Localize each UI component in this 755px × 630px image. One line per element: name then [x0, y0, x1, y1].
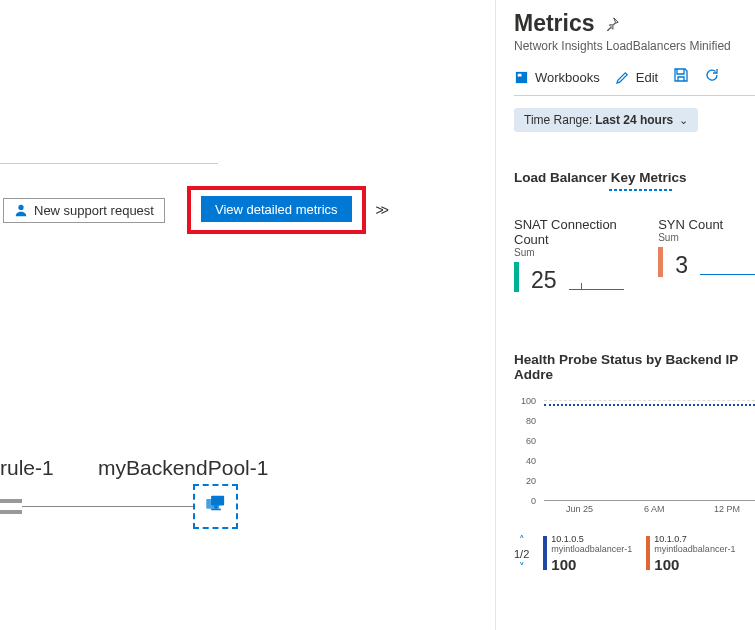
sparkline: [700, 255, 755, 277]
edit-button[interactable]: Edit: [615, 70, 658, 85]
svg-rect-4: [211, 508, 221, 510]
y-tick: 0: [514, 496, 536, 506]
new-support-request-button[interactable]: New support request: [3, 198, 165, 223]
legend-color: [646, 536, 650, 570]
heading-underline: [609, 189, 674, 191]
toolbar: Workbooks Edit: [514, 67, 755, 96]
health-chart[interactable]: 100 80 60 40 20 0 Jun 25 6 AM 12 PM: [514, 400, 755, 528]
svg-rect-6: [518, 73, 522, 76]
highlight-box: View detailed metrics: [187, 186, 366, 234]
kpi-accent-bar: [514, 262, 519, 292]
view-detailed-metrics-button[interactable]: View detailed metrics: [201, 196, 352, 222]
button-label: View detailed metrics: [215, 202, 338, 217]
save-icon: [673, 67, 689, 83]
legend-item[interactable]: 10.1.0.7 myintloadbalancer-1 100: [646, 534, 735, 573]
topology-connector: [0, 499, 22, 503]
y-tick: 80: [514, 416, 536, 426]
kpi-row: SNAT Connection Count Sum 25 SYN Count S…: [514, 217, 755, 292]
svg-rect-2: [211, 495, 224, 505]
toolbar-label: Workbooks: [535, 70, 600, 85]
kpi-title: SYN Count: [658, 217, 755, 232]
y-tick: 40: [514, 456, 536, 466]
backend-pool-label: myBackendPool-1: [98, 456, 268, 480]
section-heading: Health Probe Status by Backend IP Addre: [514, 352, 755, 382]
backend-pool-node[interactable]: [193, 484, 238, 529]
expand-icon[interactable]: >>: [376, 202, 386, 218]
time-range-value: Last 24 hours: [595, 113, 673, 127]
legend-value: 100: [654, 556, 735, 573]
kpi-value: 3: [675, 254, 688, 277]
sparkline: [569, 270, 624, 292]
legend-name: myintloadbalancer-1: [654, 544, 735, 554]
y-tick: 100: [514, 396, 536, 406]
panel-title-row: Metrics: [514, 10, 619, 37]
button-label: New support request: [34, 203, 154, 218]
series-line: [544, 404, 755, 406]
chart-grid: [544, 400, 755, 500]
action-bar: New support request View detailed metric…: [3, 186, 386, 234]
legend-pager[interactable]: ˄ 1/2 ˅: [514, 535, 529, 573]
chevron-down-icon: ⌄: [679, 114, 688, 127]
kpi-aggregation: Sum: [514, 247, 630, 258]
x-tick: 12 PM: [714, 504, 740, 514]
legend-item[interactable]: 10.1.0.5 myintloadbalancer-1 100: [543, 534, 632, 573]
panel-title: Metrics: [514, 10, 595, 37]
svg-point-0: [18, 205, 23, 210]
legend-value: 100: [551, 556, 632, 573]
svg-rect-3: [214, 505, 217, 508]
pager-value: 1/2: [514, 548, 529, 560]
chevron-up-icon[interactable]: ˄: [519, 535, 525, 546]
time-range-label: Time Range:: [524, 113, 592, 127]
vm-group-icon: [203, 494, 229, 520]
panel-subtitle: Network Insights LoadBalancers Minified: [514, 39, 755, 53]
refresh-icon: [704, 67, 720, 83]
save-button[interactable]: [673, 67, 689, 87]
person-icon: [14, 203, 28, 217]
kpi-card[interactable]: SNAT Connection Count Sum 25: [514, 217, 630, 292]
chevron-down-icon[interactable]: ˅: [519, 562, 525, 573]
legend-color: [543, 536, 547, 570]
pin-icon[interactable]: [605, 17, 619, 31]
kpi-aggregation: Sum: [658, 232, 755, 243]
divider: [0, 163, 218, 164]
refresh-button[interactable]: [704, 67, 720, 87]
time-range-selector[interactable]: Time Range: Last 24 hours ⌄: [514, 108, 698, 132]
kpi-value: 25: [531, 269, 557, 292]
svg-rect-5: [516, 71, 527, 82]
rule-label: rule-1: [0, 456, 54, 480]
x-tick: 6 AM: [644, 504, 665, 514]
workbook-icon: [514, 70, 529, 85]
x-tick: Jun 25: [566, 504, 593, 514]
kpi-title: SNAT Connection Count: [514, 217, 630, 247]
legend-name: myintloadbalancer-1: [551, 544, 632, 554]
legend-ip: 10.1.0.5: [551, 534, 632, 544]
topology-connector: [0, 510, 22, 514]
legend-ip: 10.1.0.7: [654, 534, 735, 544]
y-axis: 100 80 60 40 20 0: [514, 400, 542, 500]
toolbar-label: Edit: [636, 70, 658, 85]
kpi-accent-bar: [658, 247, 663, 277]
metrics-panel: Metrics Network Insights LoadBalancers M…: [495, 0, 755, 630]
workbooks-button[interactable]: Workbooks: [514, 70, 600, 85]
y-tick: 20: [514, 476, 536, 486]
y-tick: 60: [514, 436, 536, 446]
pencil-icon: [615, 70, 630, 85]
topology-connector: [22, 506, 194, 507]
kpi-card[interactable]: SYN Count Sum 3: [658, 217, 755, 292]
section-heading: Load Balancer Key Metrics: [514, 170, 755, 185]
legend: ˄ 1/2 ˅ 10.1.0.5 myintloadbalancer-1 100…: [514, 534, 755, 573]
